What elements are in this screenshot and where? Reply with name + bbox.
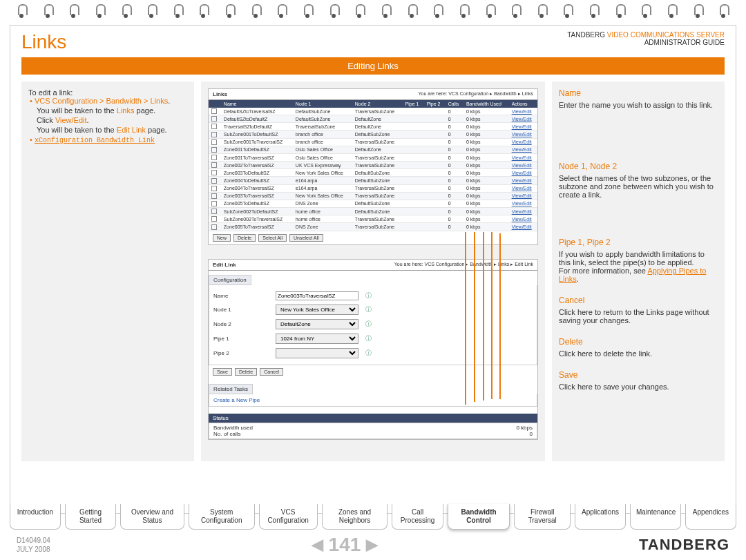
view-edit-link[interactable]: View/Edit (512, 186, 532, 191)
view-edit-link[interactable]: View/Edit (512, 209, 532, 214)
row-checkbox[interactable] (211, 193, 217, 199)
delete-links-button[interactable]: Delete (233, 234, 256, 242)
spiral-binding (0, 0, 746, 25)
pipe2-select[interactable] (276, 348, 358, 358)
tab-maintenance[interactable]: Maintenance (630, 504, 681, 530)
callout-cancel-header: Cancel (559, 296, 718, 305)
tab-zones-and-neighbors[interactable]: Zones and Neighbors (322, 504, 388, 530)
info-icon[interactable]: ⓘ (365, 320, 372, 329)
tab-introduction[interactable]: Introduction (10, 504, 61, 530)
view-edit-link[interactable]: View/Edit (512, 109, 532, 114)
doc-id: D14049.04JULY 2008 (17, 536, 50, 554)
create-pipe-link[interactable]: Create a New Pipe (213, 397, 260, 403)
tab-firewall-traversal[interactable]: Firewall Traversal (514, 504, 571, 530)
cancel-button[interactable]: Cancel (260, 368, 283, 376)
view-edit-link[interactable]: View/Edit (512, 132, 532, 137)
view-edit-ref[interactable]: View/Edit (55, 116, 87, 124)
node2-select[interactable]: DefaultZone (276, 319, 358, 329)
brand-logo: TANDBERG (639, 536, 729, 554)
xconfiguration-cmd[interactable]: xConfiguration Bandwidth Link (35, 137, 155, 144)
row-checkbox[interactable] (211, 178, 217, 184)
view-edit-link[interactable]: View/Edit (512, 171, 532, 175)
row-checkbox[interactable] (211, 224, 217, 230)
callout-save-body: Click here to save your changes. (559, 383, 718, 391)
row-checkbox[interactable] (211, 147, 217, 153)
info-icon[interactable]: ⓘ (365, 349, 372, 358)
section-bar: Editing Links (21, 57, 725, 75)
view-edit-link[interactable]: View/Edit (512, 139, 532, 144)
links-page-ref[interactable]: Links (117, 106, 135, 115)
status-body: Bandwidth used0 kbpsNo. of calls0 (209, 423, 537, 439)
row-checkbox[interactable] (211, 209, 217, 214)
links-breadcrumb: You are here: VCS Configuration ▸ Bandwi… (418, 91, 533, 97)
instructions-intro: To edit a link: (28, 88, 187, 97)
select-all-button[interactable]: Select All (258, 234, 287, 242)
tab-appendices[interactable]: Appendices (685, 504, 736, 530)
tab-system-configuration[interactable]: System Configuration (189, 504, 255, 530)
tab-bandwidth-control[interactable]: Bandwidth Control (448, 504, 510, 530)
related-tasks-header: Related Tasks (209, 384, 253, 394)
callout-pipe-header: Pipe 1, Pipe 2 (559, 238, 718, 247)
row-checkbox[interactable] (211, 170, 217, 175)
info-icon[interactable]: ⓘ (365, 291, 372, 300)
links-ss-title: Links (213, 91, 227, 97)
save-button[interactable]: Save (213, 368, 232, 376)
callout-cancel: CancelClick here to return to the Links … (559, 296, 718, 325)
edit-link-ref[interactable]: Edit Link (117, 126, 146, 134)
view-edit-link[interactable]: View/Edit (512, 147, 532, 152)
tab-vcs-configuration[interactable]: VCS Configuration (259, 504, 318, 530)
view-edit-link[interactable]: View/Edit (512, 217, 532, 222)
prev-arrow-icon[interactable]: ◀ (312, 536, 323, 554)
configuration-tab[interactable]: Configuration (209, 275, 251, 285)
callout-name-header: Name (559, 88, 718, 98)
row-checkbox[interactable] (211, 162, 217, 168)
table-row: TraversalSZtoDefaultZTraversalSubZoneDef… (209, 123, 537, 131)
new-button[interactable]: New (213, 234, 231, 242)
product-header: TANDBERG VIDEO COMMUNICATIONS SERVER ADM… (567, 31, 725, 46)
view-edit-link[interactable]: View/Edit (512, 163, 532, 168)
info-icon[interactable]: ⓘ (365, 305, 372, 314)
view-edit-link[interactable]: View/Edit (512, 117, 532, 122)
table-row: DefaultSZtoDefaultZDefaultSubZoneDefault… (209, 115, 537, 123)
view-edit-link[interactable]: View/Edit (512, 155, 532, 160)
unselect-all-button[interactable]: Unselect All (289, 234, 323, 242)
name-input[interactable] (276, 291, 358, 300)
tab-overview-and-status[interactable]: Overview and Status (120, 504, 184, 530)
view-edit-link[interactable]: View/Edit (512, 124, 532, 129)
row-checkbox[interactable] (211, 108, 217, 114)
next-arrow-icon[interactable]: ▶ (366, 536, 378, 554)
row-checkbox[interactable] (211, 155, 217, 160)
callout-delete: DeleteClick here to delete the link. (559, 337, 718, 358)
table-row: Zone001ToTraversalSZOslo Sales OfficeTra… (209, 153, 537, 161)
callout-delete-body: Click here to delete the link. (559, 349, 718, 358)
row-checkbox[interactable] (211, 201, 217, 206)
info-icon[interactable]: ⓘ (365, 334, 372, 343)
view-edit-link[interactable]: View/Edit (512, 224, 532, 229)
callout-save-header: Save (559, 370, 718, 380)
pipe1-row: Pipe 11024 from NYⓘ (209, 331, 537, 346)
row-checkbox[interactable] (211, 132, 217, 137)
callout-name-body: Enter the name you wish to assign to thi… (559, 101, 718, 109)
tab-getting-started[interactable]: Getting Started (65, 504, 116, 530)
delete-button[interactable]: Delete (235, 368, 257, 376)
view-edit-link[interactable]: View/Edit (512, 178, 532, 183)
nav-path[interactable]: VCS Configuration > Bandwidth > Links (35, 97, 168, 105)
row-checkbox[interactable] (211, 216, 217, 222)
guide-label: ADMINISTRATOR GUIDE (567, 39, 725, 46)
pipe1-select[interactable]: 1024 from NY (276, 334, 358, 344)
view-edit-link[interactable]: View/Edit (512, 193, 532, 198)
row-checkbox[interactable] (211, 186, 217, 191)
instructions-panel: To edit a link: VCS Configuration > Band… (21, 81, 194, 461)
callout-node: Node 1, Node 2Select the names of the tw… (559, 162, 718, 199)
row-checkbox[interactable] (211, 124, 217, 129)
callout-cancel-body: Click here to return to the Links page w… (559, 308, 718, 325)
row-checkbox[interactable] (211, 139, 217, 145)
name-label: Name (213, 293, 269, 299)
status-header: Status (209, 414, 537, 423)
brand-product: VIDEO COMMUNICATIONS SERVER (607, 31, 725, 39)
tab-call-processing[interactable]: Call Processing (392, 504, 443, 530)
view-edit-link[interactable]: View/Edit (512, 201, 532, 206)
tab-applications[interactable]: Applications (575, 504, 626, 530)
row-checkbox[interactable] (211, 116, 217, 122)
node1-select[interactable]: New York Sales Office (276, 305, 358, 315)
